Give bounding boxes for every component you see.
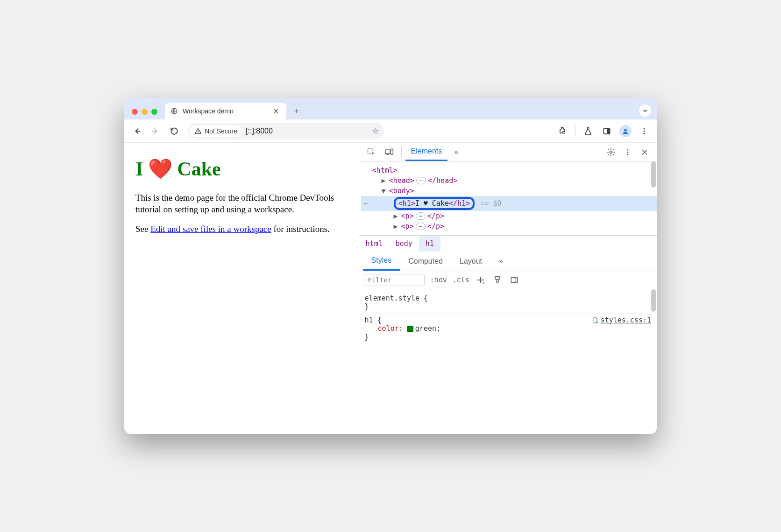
dom-node-head[interactable]: ▶ <head> ⋯ </head> (361, 175, 657, 186)
svg-point-14 (627, 149, 629, 150)
side-panel-button[interactable] (599, 123, 615, 139)
avatar-icon (619, 125, 632, 137)
dom-node-h1-selected[interactable]: ⋯ <h1>I ♥ Cake</h1> == $0 (361, 196, 657, 211)
tutorial-link[interactable]: Edit and save files in a workspace (150, 224, 271, 234)
h1-rule[interactable]: styles.css:1 h1 { color: green; } (365, 314, 651, 344)
tab-close-button[interactable]: ✕ (271, 106, 281, 117)
cls-toggle[interactable]: .cls (453, 276, 469, 284)
row-actions-icon[interactable]: ⋯ (364, 199, 368, 208)
warning-icon (194, 127, 202, 135)
styles-tab[interactable]: Styles (363, 252, 400, 271)
forward-button[interactable] (148, 123, 163, 139)
dom-node-body[interactable]: ▼ <body> (361, 186, 657, 196)
file-icon (592, 317, 599, 324)
page-paragraph-2: See Edit and save files in a workspace f… (135, 223, 348, 235)
dom-tree[interactable]: <html> ▶ <head> ⋯ </head> ▼ <body> ⋯ <h1… (359, 161, 657, 235)
styles-filter-input[interactable] (364, 274, 425, 286)
page-paragraph-1: This is the demo page for the official C… (135, 192, 348, 216)
svg-rect-4 (607, 128, 610, 134)
copy-styles-button[interactable] (492, 274, 503, 286)
extensions-button[interactable] (554, 123, 570, 139)
labs-button[interactable] (580, 123, 596, 139)
page-heading: I ❤️ Cake (135, 156, 348, 182)
scrollbar-thumb[interactable] (651, 289, 656, 312)
svg-point-13 (610, 151, 612, 153)
omnibox[interactable]: Not Secure [::]:8000 ☆ (188, 123, 384, 140)
svg-point-6 (644, 128, 645, 129)
svg-point-7 (644, 130, 645, 132)
svg-rect-18 (511, 277, 517, 283)
overflow-menu-button[interactable] (636, 123, 652, 139)
ellipsis-icon[interactable]: ⋯ (416, 177, 426, 184)
tabstrip-right (639, 105, 651, 117)
svg-point-15 (627, 151, 629, 153)
styles-toolbar: :hov .cls (359, 271, 657, 289)
window-minimize-button[interactable] (142, 109, 148, 115)
browser-toolbar: Not Secure [::]:8000 ☆ (124, 119, 657, 143)
toolbar-separator (575, 126, 575, 136)
browser-tab[interactable]: Workspace demo ✕ (165, 103, 286, 119)
bookmark-star-icon[interactable]: ☆ (372, 126, 379, 136)
ellipsis-icon[interactable]: ⋯ (416, 212, 426, 220)
svg-rect-17 (495, 277, 500, 280)
device-toolbar-button[interactable] (381, 144, 398, 161)
tab-strip: Workspace demo ✕ + (124, 98, 657, 119)
console-reference: == $0 (480, 199, 501, 208)
devtools-close-button[interactable] (636, 144, 653, 161)
expand-arrow-icon[interactable]: ▶ (394, 212, 399, 220)
more-style-tabs-button[interactable]: » (490, 252, 511, 271)
layout-tab[interactable]: Layout (451, 252, 490, 271)
dom-node-html[interactable]: <html> (361, 165, 657, 175)
back-button[interactable] (129, 123, 145, 139)
devtools-toolbar: Elements » (359, 143, 657, 161)
hov-toggle[interactable]: :hov (430, 276, 447, 284)
computed-sidebar-button[interactable] (509, 274, 520, 286)
source-link[interactable]: styles.css:1 (592, 316, 651, 324)
crumb-body[interactable]: body (389, 236, 419, 252)
element-style-rule[interactable]: element.style { } (365, 292, 651, 314)
globe-icon (170, 107, 178, 115)
css-declaration[interactable]: color: green; (365, 324, 651, 333)
reload-button[interactable] (166, 123, 182, 139)
traffic-lights (130, 109, 161, 119)
styles-tabs: Styles Computed Layout » (359, 252, 657, 271)
devtools-panel: Elements » <html> (359, 143, 657, 434)
chrome-window: Workspace demo ✕ + Not Secure [::]:8000 … (124, 98, 657, 434)
collapse-arrow-icon[interactable]: ▼ (382, 187, 387, 195)
elements-tab[interactable]: Elements (405, 143, 448, 161)
dom-node-p1[interactable]: ▶ <p> ⋯ </p> (361, 211, 657, 221)
rendered-page: I ❤️ Cake This is the demo page for the … (124, 143, 359, 434)
tab-title: Workspace demo (183, 107, 234, 115)
new-tab-button[interactable]: + (290, 105, 303, 118)
svg-rect-12 (390, 149, 393, 154)
crumb-html[interactable]: html (359, 236, 389, 252)
inspect-element-button[interactable] (363, 144, 380, 161)
window-close-button[interactable] (132, 109, 138, 115)
color-swatch-icon[interactable] (407, 326, 413, 332)
window-zoom-button[interactable] (151, 109, 157, 115)
devtools-menu-button[interactable] (619, 144, 636, 161)
content-row: I ❤️ Cake This is the demo page for the … (124, 143, 657, 434)
url-text: [::]:8000 (246, 127, 273, 135)
svg-rect-10 (385, 150, 390, 154)
highlight-marker: <h1>I ♥ Cake</h1> (394, 197, 475, 210)
profile-button[interactable] (618, 123, 633, 139)
dom-breadcrumbs: html body h1 (359, 235, 657, 252)
security-label: Not Secure (205, 127, 237, 135)
expand-arrow-icon[interactable]: ▶ (394, 222, 399, 231)
dom-node-p2[interactable]: ▶ <p> ⋯ </p> (361, 221, 657, 231)
new-style-rule-button[interactable] (475, 274, 486, 286)
separator (401, 147, 402, 158)
tab-search-button[interactable] (639, 105, 651, 117)
svg-point-20 (596, 322, 597, 323)
security-chip[interactable]: Not Secure (190, 126, 242, 137)
svg-point-16 (627, 154, 629, 155)
styles-body[interactable]: element.style { } styles.css:1 h1 { colo… (359, 289, 657, 434)
computed-tab[interactable]: Computed (400, 252, 451, 271)
expand-arrow-icon[interactable]: ▶ (382, 176, 387, 185)
ellipsis-icon[interactable]: ⋯ (416, 223, 426, 230)
crumb-h1[interactable]: h1 (419, 236, 440, 252)
devtools-settings-button[interactable] (603, 144, 619, 161)
svg-point-8 (644, 133, 645, 134)
more-tabs-button[interactable]: » (448, 143, 464, 161)
